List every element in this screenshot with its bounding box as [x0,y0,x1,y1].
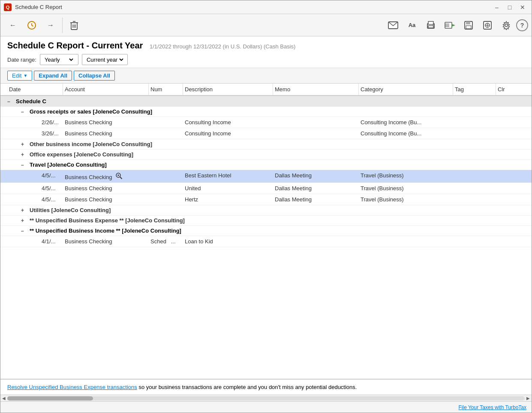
font-button[interactable]: Aa [403,16,421,34]
table-row[interactable]: 2/26/... Business Checking Consulting In… [0,117,532,128]
row-memo [273,117,359,128]
row-clr [496,236,530,247]
svg-rect-18 [466,21,470,24]
window-title: Schedule C Report [15,4,491,10]
year-select[interactable]: Current year Last year Custom [85,56,125,63]
row-account: Business Checking [63,194,149,205]
close-button[interactable]: ✕ [517,3,528,12]
export-button[interactable] [441,16,459,34]
row-memo: Dallas Meeting [273,183,359,194]
delete-button[interactable] [65,16,83,34]
travel-section[interactable]: – Travel [JoleneCo Consulting] [0,160,532,170]
unspecified-expense-section[interactable]: + ** Unspecified Business Expense ** [Jo… [0,215,532,226]
schedule-c-header[interactable]: – Schedule C [0,96,532,107]
report-title: Schedule C Report - Current Year [7,41,143,50]
h-scrollbar[interactable]: ◀ ▶ [0,395,532,401]
toolbar-separator-1 [62,18,63,33]
magnify-icon [115,172,122,180]
row-date: 2/26/... [7,117,63,128]
svg-point-24 [505,24,508,27]
gross-receipts-section[interactable]: – Gross receipts or sales [JoleneCo Cons… [0,107,532,117]
office-expenses-expand-icon: + [21,152,27,158]
table-row[interactable]: 4/5/... Business Checking United Dallas … [0,183,532,194]
maximize-button[interactable]: □ [504,3,515,12]
utilities-expand-icon: + [21,207,27,213]
svg-point-11 [433,24,434,25]
report-inner: – Schedule C – Gross receipts or sales [… [0,96,532,247]
row-category: Consulting Income (Bu... [359,128,453,139]
row-category: Consulting Income (Bu... [359,117,453,128]
save-button[interactable] [460,16,478,34]
collapse-all-button[interactable]: Collapse All [74,71,115,81]
back-button[interactable]: ← [4,16,22,34]
table-header: Date Account Num Description Memo Catego… [0,84,532,96]
period-select[interactable]: Yearly Monthly Quarterly [43,56,75,63]
row-tag [453,183,496,194]
help-button[interactable]: ? [516,19,528,31]
row-clr [496,194,530,205]
schedule-c-label: Schedule C [16,98,46,105]
unspecified-income-section[interactable]: – ** Unspecified Business Income ** [Jol… [0,226,532,236]
row-date: 4/5/... [7,183,63,194]
row-memo [273,236,359,247]
th-date: Date [7,84,63,95]
edit-label: Edit [12,72,21,79]
row-account: Business Checking [63,117,149,128]
edit-button[interactable]: Edit ▼ [7,71,32,81]
row-clr [496,117,530,128]
year-dropdown[interactable]: Current year Last year Custom [82,54,128,65]
date-range-label: Date range: [7,57,36,63]
row-tag [453,194,496,205]
table-row[interactable]: 4/5/... Business Checking Hertz Dallas M… [0,194,532,205]
row-clr [496,128,530,139]
period-dropdown[interactable]: Yearly Monthly Quarterly [40,54,78,65]
svg-rect-9 [428,26,433,28]
gross-receipts-label: Gross receipts or sales [JoleneCo Consul… [30,108,152,115]
main-window: Q Schedule C Report – □ ✕ ← → [0,0,532,413]
resolve-link[interactable]: Resolve Unspecified Business Expense tra… [7,384,137,390]
print-button[interactable] [422,16,440,34]
row-tag [453,128,496,139]
row-account: Business Checking [63,170,149,183]
table-row[interactable]: 4/5/... Business Checking Best Eastern H… [0,170,532,183]
bottom-message: Resolve Unspecified Business Expense tra… [0,379,532,395]
report-content[interactable]: – Schedule C – Gross receipts or sales [… [0,96,532,379]
scroll-track[interactable] [7,396,525,401]
th-category: Category [359,84,453,95]
scroll-thumb[interactable] [7,396,93,401]
office-expenses-section[interactable]: + Office expenses [JoleneCo Consulting] [0,150,532,160]
email-button[interactable] [384,16,402,34]
row-num: Sched ... [149,236,183,247]
other-income-section[interactable]: + Other business income [JoleneCo Consul… [0,139,532,150]
row-num [149,170,183,183]
row-description: Loan to Kid [183,236,273,247]
minimize-button[interactable]: – [491,3,502,12]
table-row[interactable]: 4/1/... Business Checking Sched ... Loan… [0,236,532,247]
row-clr [496,170,530,183]
th-memo: Memo [273,84,359,95]
unspecified-expense-expand-icon: + [21,218,27,224]
unspecified-income-label: ** Unspecified Business Income ** [Jolen… [30,227,181,234]
travel-label: Travel [JoleneCo Consulting] [30,162,107,168]
expand-all-button[interactable]: Expand All [34,71,72,81]
th-num: Num [149,84,183,95]
forward-button[interactable]: → [42,16,60,34]
schedule-c-expand-icon: – [7,99,13,105]
row-clr [496,183,530,194]
turbotax-link[interactable]: File Your Taxes with TurboTax [458,404,526,410]
row-description: Best Eastern Hotel [183,170,273,183]
history-button[interactable] [23,16,41,34]
row-description: Consulting Income [183,128,273,139]
utilities-label: Utilities [JoleneCo Consulting] [30,207,111,213]
utilities-section[interactable]: + Utilities [JoleneCo Consulting] [0,205,532,215]
other-income-expand-icon: + [21,141,27,147]
row-date: 4/1/... [7,236,63,247]
window-controls: – □ ✕ [491,3,528,12]
scroll-right-arrow[interactable]: ▶ [526,396,530,401]
unspecified-income-expand-icon: – [21,228,27,234]
zoom-button[interactable] [478,16,496,34]
table-row[interactable]: 3/26/... Business Checking Consulting In… [0,128,532,139]
row-date: 4/5/... [7,194,63,205]
scroll-left-arrow[interactable]: ◀ [2,396,6,401]
settings-button[interactable] [497,16,515,34]
